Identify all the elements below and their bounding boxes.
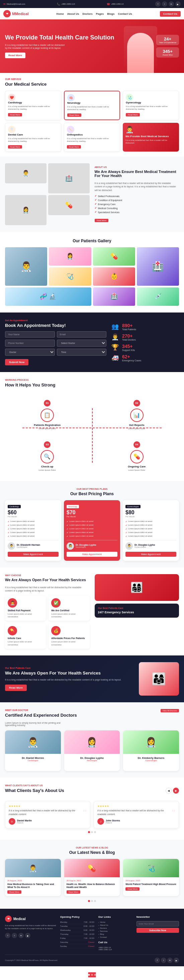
doctor-1-twitter-icon[interactable]: t [30,763,35,768]
facebook-icon[interactable]: f [155,2,160,7]
navbar: ❤ MMedical Home About Us Doctors Pages B… [0,8,184,19]
plan-2-feat-3: ✔ Lorem ipsum dolor sit amet [67,527,117,531]
services-subtitle: Our Service [5,78,46,80]
dental-readmore-button[interactable]: Read More [8,145,22,148]
footer-bottom-twitter-icon[interactable]: t [161,958,166,963]
footer-bottom-facebook-icon[interactable]: f [155,958,160,963]
doctor-3-linkedin-icon[interactable]: in [155,763,160,768]
plan-3-doctor: 👨‍⚕️ Dr. Douglas Lypho Gynecologist [125,540,176,550]
plan-2-cta-button[interactable]: Make Appointment [67,552,117,557]
page-dot-3[interactable] [94,831,96,833]
banner-cta-button[interactable]: Read More [5,684,27,691]
footer-link-doctors[interactable]: › Doctors [98,927,132,929]
youtube-icon[interactable]: ▶ [175,2,181,7]
plan-2-features: ✔ Lorem ipsum dolor sit amet ✔ Lorem ips… [67,520,117,538]
name-input[interactable] [5,331,55,337]
step-2: 02 📊 Get Reports Lorem Ipsum Dolor [95,396,179,433]
plan-1-features: ✔ Lorem ipsum dolor sit amet ✔ Lorem ips… [8,520,59,538]
blog-1-readmore-button[interactable]: Read More [7,890,21,894]
email-input[interactable] [57,331,107,337]
why-feature-1-desc: Lorem ipsum dolor sit amet consectetur. [8,612,43,618]
cardiology-readmore-button[interactable]: Read More [8,113,22,116]
footer-youtube-icon[interactable]: ▶ [25,933,30,938]
testimonials-prev-button[interactable]: ◀ [166,788,171,794]
blog-3-readmore-button[interactable]: Read More [125,887,140,891]
page-dot-1[interactable] [88,831,90,833]
nav-contact[interactable]: Contact Us [118,13,132,15]
plan-2-doctor-avatar: 👩‍⚕️ [67,542,74,550]
about-readmore-button[interactable]: Read More [95,219,109,222]
footer-twitter-icon[interactable]: t [12,933,17,938]
nav-pages[interactable]: Pages [96,13,104,15]
doctor-2-linkedin-icon[interactable]: in [96,763,101,768]
plan-3-cta-button[interactable]: Make Appointment [125,552,176,557]
doctors-label: Total Doctors [122,339,136,341]
gynecology-readmore-button[interactable]: Read More [126,113,140,116]
nav-home[interactable]: Home [57,13,64,15]
appointment-title: Book An Appointment Today! [5,323,106,328]
submit-button[interactable]: Submit Now [5,359,29,365]
footer-link-blog[interactable]: › Blog [98,933,132,935]
orthopedics-readmore-button[interactable]: Read More [67,145,81,148]
neurology-readmore-button[interactable]: Read More [67,113,81,117]
step-3-desc: Lorem Ipsum Dolor [8,469,86,471]
phone-input[interactable] [5,340,55,347]
plan-3-feat-2: ✔ Lorem ipsum dolor sit amet [125,523,176,527]
blog-img-3: 🩺 [123,859,179,877]
view-all-doctors-button[interactable]: View All Doctors [160,709,179,712]
footer-link-home[interactable]: › Home [98,921,132,923]
doctor-select[interactable]: Select Doctor [57,340,107,347]
footer-link-about[interactable]: › About Us [98,924,132,926]
newsletter-email-input[interactable] [136,921,179,926]
time-select[interactable]: Time [57,348,107,356]
plan-1-feat-5: ✔ Lorem ipsum dolor sit amet [8,535,59,538]
twitter-icon[interactable]: t [162,2,167,7]
process-header: Working Process How It Helps You Strong [5,379,179,391]
hero-cta-button[interactable]: Read More [5,52,25,58]
doctor-1-linkedin-icon[interactable]: in [36,763,42,768]
why-feature-4: 💰 Affordable Prices For Patients Lorem i… [49,623,89,649]
blog-dot-1[interactable] [88,900,90,902]
nav-cta-button[interactable]: Contact Us [160,11,181,17]
linkedin-icon[interactable]: in [169,2,174,7]
doctor-3-facebook-icon[interactable]: f [142,763,148,768]
doctor-2-twitter-icon[interactable]: t [89,763,95,768]
footer-facebook-icon[interactable]: f [5,933,10,938]
neurology-desc: It is a long established fact that a rea… [67,105,117,111]
blog-dot-2[interactable] [91,900,93,902]
about-subtitle: About Us [95,166,179,168]
check-icon-5: ✔ [95,211,97,213]
step-2-desc: Lorem Ipsum Dolor [98,428,176,430]
footer-link-contact[interactable]: › Contact [98,936,132,938]
pricing-subtitle: Our Best Pricing Plans [5,488,179,490]
footer-linkedin-icon[interactable]: in [18,933,24,938]
why-right-stats: Our Best Patients Care 24/7 Emergency Se… [95,604,179,618]
emergency-icon: 🚑 [111,354,119,361]
footer-about: ❤ Medical It is a long established fact … [5,915,56,951]
page-dot-2[interactable] [91,831,93,833]
footer-link-services[interactable]: › Services [98,930,132,932]
blog-2-readmore-button[interactable]: Read More [67,890,81,894]
gallery-img-6: 👶 [93,267,135,286]
blog-dot-3[interactable] [94,900,96,902]
nav-about[interactable]: About Us [67,13,79,15]
stat-award-label: Award Won [159,54,176,56]
appointment-subtitle: Get An Appointment [5,319,106,321]
doctor-2-facebook-icon[interactable]: f [83,763,88,768]
footer-bottom-youtube-icon[interactable]: ▶ [174,958,179,963]
why-feature-3-desc: Lorem ipsum dolor sit amet consectetur. [8,640,43,646]
why-feature-3-name: Infinite Care [8,637,43,640]
testimonials-next-button[interactable]: ▶ [173,788,179,794]
orthopedics-icon: 🦴 [67,126,74,133]
date-select[interactable]: Doctor [5,348,55,356]
nav-doctors[interactable]: Doctors [82,13,92,15]
doctor-3-twitter-icon[interactable]: t [149,763,154,768]
footer-bottom-linkedin-icon[interactable]: in [167,958,173,963]
doctor-1-facebook-icon[interactable]: f [24,763,29,768]
dental-name: Dental Care [8,133,58,136]
plan-1-cta-button[interactable]: Make Appointment [8,552,59,557]
gallery-item-2: 👩‍⚕️ [49,247,91,266]
stat-experience-number: 24+ [159,37,176,41]
nav-blogs[interactable]: Blogs [107,13,114,15]
newsletter-subscribe-button[interactable]: Subscribe Now [136,928,179,933]
